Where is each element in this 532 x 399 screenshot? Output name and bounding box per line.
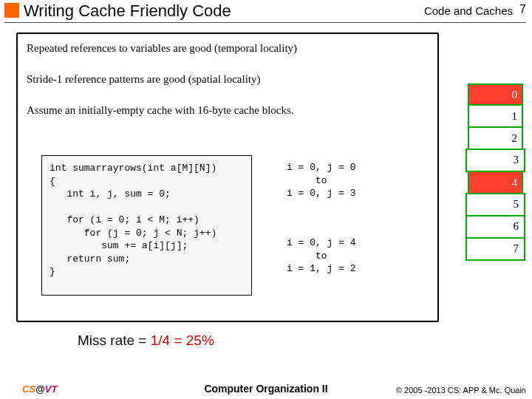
cache-cell-2: 2 <box>468 128 523 150</box>
slide-title: Writing Cache Friendly Code <box>24 1 231 21</box>
page-number: 7 <box>519 3 526 16</box>
cache-cell-3-overlay: 3 <box>514 154 519 166</box>
logo-square <box>4 3 19 18</box>
cache-cell-5-overlay: 5 <box>514 198 519 211</box>
body-text: Repeated references to variables are goo… <box>27 41 426 134</box>
slide-topic: Code and Caches <box>424 4 513 17</box>
cache-cell-7-overlay: 7 <box>514 242 519 255</box>
footer: CS@VT Computer Organization II © 2005 -2… <box>0 384 532 399</box>
miss-rate-value: 1/4 = 25% <box>151 332 214 348</box>
annotation-range-2: i = 0, j = 4 to i = 1, j = 2 <box>287 236 356 276</box>
bullet-assume: Assume an initially-empty cache with 16-… <box>27 103 426 117</box>
footer-copyright: © 2005 -2013 CS: APP & Mc. Quain <box>396 386 526 395</box>
bullet-temporal: Repeated references to variables are goo… <box>27 41 426 55</box>
bullet-spatial: Stride-1 reference patterns are good (sp… <box>27 72 426 86</box>
cache-cell-4: 4 <box>468 172 523 194</box>
miss-rate-line: Miss rate = 1/4 = 25% <box>78 332 214 349</box>
cache-cell-6-overlay: 6 <box>514 220 519 233</box>
annotation-range-1: i = 0, j = 0 to i = 0, j = 3 <box>287 161 356 200</box>
code-listing: int sumarrayrows(int a[M][N]) { int i, j… <box>41 155 252 296</box>
cache-cell-1: 1 <box>468 106 523 128</box>
miss-rate-label: Miss rate = <box>78 332 151 348</box>
divider <box>4 22 526 23</box>
cache-cell-0: 0 <box>468 83 523 106</box>
